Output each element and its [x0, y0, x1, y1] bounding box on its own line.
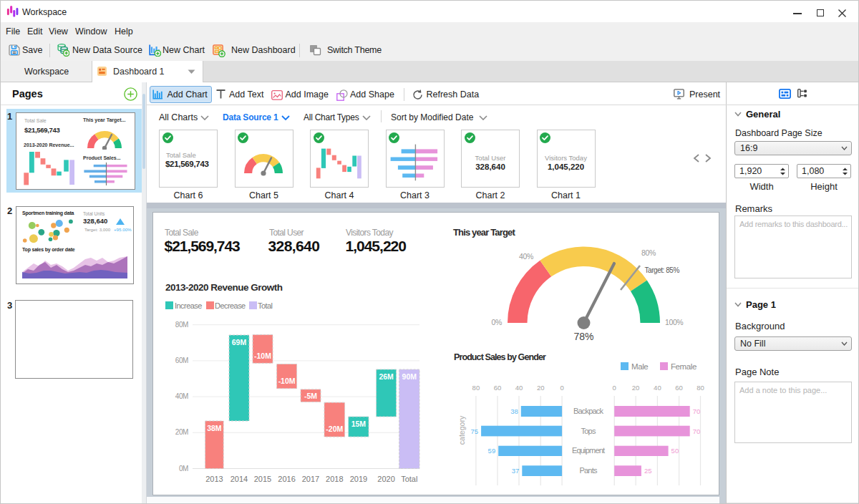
svg-text:15M: 15M	[351, 420, 367, 428]
svg-text:80%: 80%	[641, 248, 656, 257]
svg-text:Equipment: Equipment	[572, 446, 605, 455]
svg-text:0M: 0M	[179, 465, 188, 472]
svg-text:-10M: -10M	[254, 352, 271, 360]
svg-text:78%: 78%	[573, 331, 593, 342]
svg-text:-10M: -10M	[278, 377, 296, 385]
svg-text:80M: 80M	[175, 321, 188, 329]
svg-text:60M: 60M	[175, 357, 188, 364]
svg-text:2016: 2016	[278, 475, 295, 483]
svg-text:80: 80	[697, 384, 704, 392]
svg-text:Tops: Tops	[581, 427, 596, 435]
svg-text:2013: 2013	[205, 475, 223, 483]
svg-text:69M: 69M	[232, 338, 247, 346]
svg-text:Female: Female	[671, 362, 697, 371]
svg-text:20: 20	[537, 384, 545, 392]
svg-text:0%: 0%	[492, 318, 502, 326]
svg-text:40M: 40M	[175, 392, 188, 400]
svg-text:2018: 2018	[326, 475, 343, 483]
svg-text:Backpack: Backpack	[573, 407, 604, 415]
svg-text:60: 60	[675, 384, 683, 392]
svg-text:20: 20	[632, 384, 640, 392]
svg-text:2019: 2019	[350, 475, 367, 483]
svg-text:70: 70	[693, 427, 701, 435]
svg-text:2014: 2014	[230, 475, 248, 483]
svg-text:59: 59	[488, 447, 496, 455]
svg-text:2015: 2015	[254, 475, 271, 483]
svg-text:70: 70	[693, 407, 701, 415]
svg-text:40: 40	[654, 384, 661, 392]
svg-text:100%: 100%	[665, 318, 683, 326]
svg-text:90M: 90M	[402, 372, 417, 381]
svg-text:2017: 2017	[302, 475, 319, 483]
svg-text:26M: 26M	[379, 372, 394, 381]
svg-text:75: 75	[471, 427, 479, 435]
svg-text:0: 0	[613, 384, 616, 392]
svg-text:20M: 20M	[175, 428, 188, 436]
svg-text:category: category	[457, 415, 466, 445]
svg-text:40%: 40%	[519, 252, 533, 261]
svg-text:37: 37	[512, 467, 520, 475]
svg-text:-5M: -5M	[304, 392, 317, 400]
svg-text:50: 50	[671, 447, 679, 455]
svg-text:38M: 38M	[207, 424, 222, 432]
svg-text:80: 80	[472, 384, 480, 392]
svg-text:Target: 85%: Target: 85%	[645, 266, 680, 274]
svg-text:60: 60	[494, 384, 502, 392]
svg-text:Total: Total	[401, 475, 417, 483]
svg-text:Male: Male	[631, 362, 648, 371]
svg-text:2020: 2020	[377, 475, 394, 483]
svg-text:0: 0	[560, 384, 563, 392]
svg-text:25: 25	[644, 467, 652, 475]
svg-text:40: 40	[515, 384, 523, 392]
svg-text:38: 38	[510, 407, 518, 415]
svg-text:-20M: -20M	[326, 425, 343, 433]
svg-text:Pants: Pants	[580, 466, 598, 475]
